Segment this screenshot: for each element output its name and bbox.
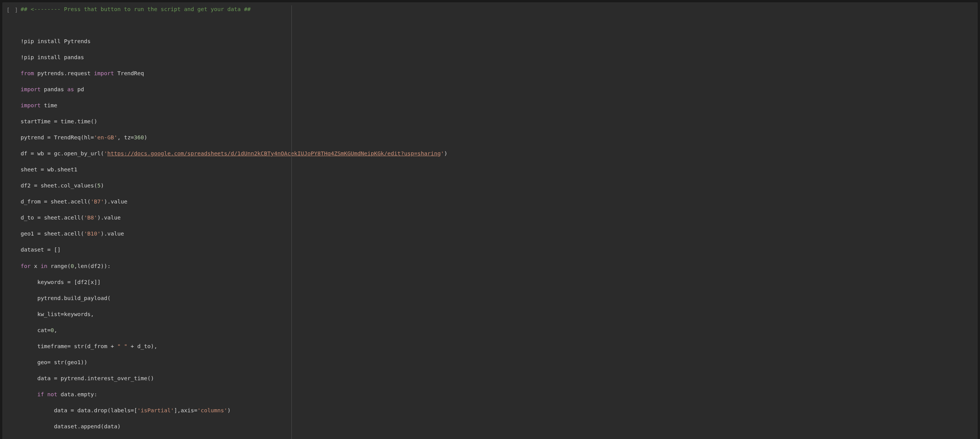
shell-cmd: pip install pandas	[24, 54, 84, 60]
code-editor[interactable]: ## <-------- Press that button to run th…	[21, 5, 975, 439]
kw-import: import	[21, 86, 40, 92]
url-link[interactable]: https://docs.google.com/spreadsheets/d/1…	[107, 150, 441, 157]
code-cell[interactable]: [ ] ## <-------- Press that button to ru…	[2, 2, 978, 439]
kw-from: from	[21, 70, 34, 76]
kw-import: import	[21, 102, 40, 108]
kw-if: if	[37, 391, 44, 397]
kw-for: for	[21, 263, 31, 269]
shell-bang: !	[21, 54, 24, 60]
shell-cmd: pip install Pytrends	[24, 38, 91, 44]
kw-not: not	[47, 391, 57, 397]
execution-indicator[interactable]: [ ]	[5, 5, 21, 439]
kw-in: in	[40, 263, 47, 269]
kw-as: as	[67, 86, 74, 92]
shell-bang: !	[21, 38, 24, 44]
code-content[interactable]: ## <-------- Press that button to run th…	[21, 5, 975, 439]
comment: ## <-------- Press that button to run th…	[21, 6, 251, 12]
kw-import: import	[94, 70, 114, 76]
